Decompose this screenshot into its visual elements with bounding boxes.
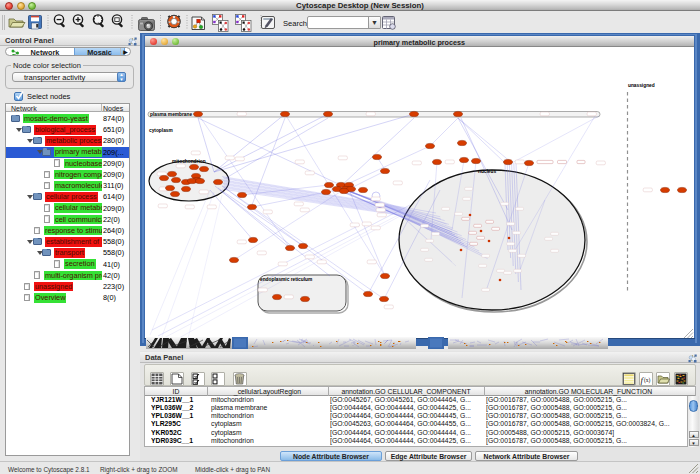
- svg-text:plasma membrane: plasma membrane: [150, 112, 192, 117]
- svg-text:(x): (x): [644, 377, 651, 384]
- svg-text:mitochondrion: mitochondrion: [172, 159, 206, 164]
- svg-text:cytoplasm: cytoplasm: [149, 128, 173, 133]
- svg-text:nucleus: nucleus: [478, 169, 496, 174]
- svg-text:unassigned: unassigned: [628, 83, 655, 88]
- svg-text:Search:: Search:: [283, 19, 309, 28]
- svg-text:endoplasmic reticulum: endoplasmic reticulum: [260, 277, 312, 282]
